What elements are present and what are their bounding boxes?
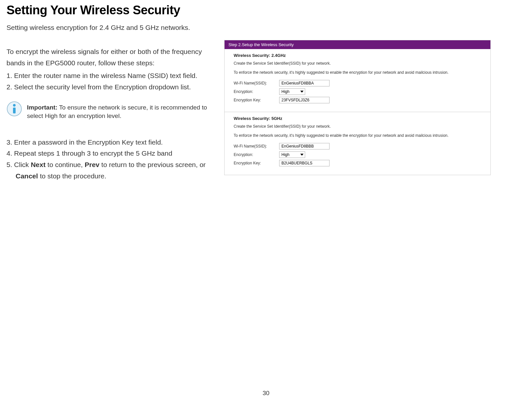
subtitle: Setting wireless encryption for 2.4 GHz … (6, 24, 214, 32)
select-5-enc-value: High (281, 152, 290, 157)
step-1: 1. Enter the router name in the wireless… (6, 70, 214, 82)
info-text: Important: To ensure the network is secu… (27, 101, 214, 121)
row-24-key: Encryption Key: (234, 97, 481, 103)
section-5ghz-title: Wireless Security: 5GHz (234, 116, 481, 121)
label-24-enc: Encryption: (234, 89, 279, 94)
label-24-ssid: Wi-Fi Name(SSID): (234, 81, 279, 85)
select-5-enc[interactable]: High (279, 151, 305, 158)
section-5ghz: Wireless Security: 5GHz Create the Servi… (225, 112, 490, 175)
label-24-key: Encryption Key: (234, 98, 279, 102)
chevron-down-icon (300, 91, 304, 93)
step5-prev: Prev (84, 161, 99, 168)
chevron-down-icon (300, 154, 304, 156)
panel-header: Step 2.Setup the Wireless Security (225, 40, 490, 49)
section-24ghz-note: To enforce the network security, it's hi… (234, 70, 481, 75)
label-5-key: Encryption Key: (234, 161, 279, 165)
intro-text: To encrypt the wireless signals for eith… (6, 46, 214, 69)
section-24ghz-title: Wireless Security: 2.4GHz (234, 53, 481, 58)
section-5ghz-note: To enforce the network security, it's hi… (234, 133, 481, 138)
step5-mid1: to continue, (45, 161, 84, 168)
svg-point-2 (13, 104, 16, 107)
section-5ghz-sub: Create the Service Set Identifier(SSID) … (234, 124, 481, 129)
row-5-key: Encryption Key: (234, 160, 481, 166)
input-24-key[interactable] (279, 97, 330, 103)
input-5-key[interactable] (279, 160, 330, 166)
step-5-line2: Cancel to stop the procedure. (6, 171, 214, 182)
page-number: 30 (263, 390, 269, 397)
important-label: Important: (27, 104, 58, 111)
label-5-enc: Encryption: (234, 152, 279, 157)
wizard-panel: Step 2.Setup the Wireless Security Wirel… (224, 40, 491, 175)
page-title: Setting Your Wireless Security (6, 3, 526, 17)
row-24-enc: Encryption: High (234, 88, 481, 95)
step-5: 5. Click Next to continue, Prev to retur… (6, 159, 214, 171)
section-24ghz: Wireless Security: 2.4GHz Create the Ser… (225, 49, 490, 112)
row-5-ssid: Wi-Fi Name(SSID): (234, 143, 481, 149)
left-column: Setting wireless encryption for 2.4 GHz … (6, 24, 214, 182)
label-5-ssid: Wi-Fi Name(SSID): (234, 144, 279, 148)
svg-rect-1 (13, 108, 16, 113)
step-3: 3. Enter a password in the Encryption Ke… (6, 137, 214, 148)
right-column: Step 2.Setup the Wireless Security Wirel… (224, 24, 526, 182)
section-24ghz-sub: Create the Service Set Identifier(SSID) … (234, 61, 481, 66)
step-2: 2. Select the security level from the En… (6, 82, 214, 93)
step5-mid2: to return to the previous screen, or (99, 161, 206, 168)
step-4: 4. Repeat steps 1 through 3 to encrypt t… (6, 148, 214, 159)
info-callout: Important: To ensure the network is secu… (6, 101, 214, 121)
row-5-enc: Encryption: High (234, 151, 481, 158)
step5-cancel: Cancel (16, 172, 38, 180)
input-24-ssid[interactable] (279, 80, 330, 86)
select-24-enc[interactable]: High (279, 88, 305, 95)
step5-end: to stop the procedure. (38, 172, 106, 180)
select-24-enc-value: High (281, 89, 290, 94)
row-24-ssid: Wi-Fi Name(SSID): (234, 80, 481, 86)
step5-pre: 5. Click (6, 161, 31, 168)
info-icon (6, 101, 22, 117)
content-container: Setting wireless encryption for 2.4 GHz … (6, 24, 526, 182)
input-5-ssid[interactable] (279, 143, 330, 149)
step5-next: Next (31, 161, 46, 168)
